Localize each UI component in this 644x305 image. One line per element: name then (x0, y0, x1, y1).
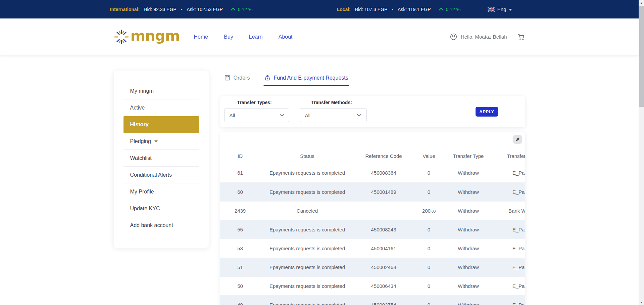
vertical-scrollbar[interactable]: ▲ ▼ (639, 0, 644, 305)
cell-transfer-method: E_Payment (492, 220, 525, 239)
table-row[interactable]: 2439 Canceled 200.00 Withdraw Bank Withd… (220, 201, 525, 220)
sidebar-item[interactable]: Update KYC (123, 200, 199, 217)
ticker-bar: International: Bid: 92.33 EGP - Ask: 102… (0, 0, 639, 18)
language-label: Eng (497, 6, 506, 12)
sidebar-item[interactable]: My Profile (123, 183, 199, 200)
nav-about[interactable]: About (279, 34, 293, 40)
col-reference-code: Reference Code (354, 148, 413, 164)
requests-table-card: ID Status Reference Code Value Transfer … (220, 132, 525, 305)
cell-transfer-method: E_Payment (492, 239, 525, 258)
cell-reference-code: 450001489 (354, 182, 413, 201)
cell-transfer-method: E_Payment (492, 295, 525, 305)
col-id: ID (220, 148, 260, 164)
cell-transfer-method: E_Payment (492, 276, 525, 295)
user-greeting[interactable]: Hello, Moataz Bellah (461, 34, 507, 40)
cell-id: 60 (220, 182, 260, 201)
table-header: ID Status Reference Code Value Transfer … (220, 148, 525, 164)
local-bid: Bid: 107.3 EGP (355, 7, 388, 12)
chevron-down-icon (154, 140, 158, 142)
cell-transfer-type: Withdraw (445, 295, 492, 305)
cell-reference-code: 450006434 (354, 276, 413, 295)
table-body: 61 Epayments requests is completed 45000… (220, 164, 525, 305)
tab-fund-epayment-label: Fund And E-payment Requests (274, 75, 348, 81)
sidebar-item-label: Update KYC (130, 206, 160, 212)
cell-reference-code: 450008243 (354, 220, 413, 239)
uk-flag-icon (488, 7, 495, 12)
cell-transfer-type: Withdraw (445, 258, 492, 276)
cell-value: 0 (413, 276, 445, 295)
cell-id: 2439 (220, 201, 260, 220)
international-label: International: (110, 7, 140, 12)
table-row[interactable]: 49 Epayments requests is completed 45000… (220, 295, 525, 305)
sidebar-item[interactable]: My mngm (123, 83, 199, 99)
sidebar-item-label: My mngm (130, 88, 154, 94)
table-row[interactable]: 55 Epayments requests is completed 45000… (220, 220, 525, 239)
local-ask: Ask: 119.1 EGP (398, 7, 431, 12)
col-status: Status (260, 148, 354, 164)
cell-id: 55 (220, 220, 260, 239)
cell-status: Epayments requests is completed (260, 164, 354, 182)
cell-status: Epayments requests is completed (260, 239, 354, 258)
cell-transfer-type: Withdraw (445, 276, 492, 295)
cell-reference-code: 450003754 (354, 295, 413, 305)
cell-transfer-type: Withdraw (445, 164, 492, 182)
cell-id: 49 (220, 295, 260, 305)
cell-value: 200.00 (413, 201, 445, 220)
nav-learn[interactable]: Learn (249, 34, 263, 40)
transfer-methods-select[interactable]: All (300, 108, 367, 122)
sidebar-item[interactable]: Watchlist (123, 150, 199, 167)
sidebar-item[interactable]: Pledging (123, 133, 199, 150)
expand-icon[interactable] (513, 135, 522, 144)
local-label: Local: (337, 7, 351, 12)
main-nav: Home Buy Learn About (194, 34, 293, 40)
table-row[interactable]: 53 Epayments requests is completed 45000… (220, 239, 525, 258)
sidebar-item[interactable]: History (123, 116, 199, 133)
scroll-down-icon[interactable]: ▼ (639, 300, 644, 305)
sidebar-item[interactable]: Conditional Alerts (123, 167, 199, 183)
dash: - (181, 7, 183, 12)
sidebar-item[interactable]: Active (123, 99, 199, 116)
cell-transfer-method: E_Payment (492, 258, 525, 276)
starburst-logo-icon (114, 29, 129, 45)
logo[interactable]: mngm (114, 29, 180, 45)
filter-panel: Transfer Types: All Transfer Methods: Al… (220, 96, 525, 127)
page: International: Bid: 92.33 EGP - Ask: 102… (0, 0, 639, 305)
table-row[interactable]: 51 Epayments requests is completed 45000… (220, 258, 525, 276)
international-change: 0.12 % (231, 7, 253, 12)
dash: - (392, 7, 393, 12)
logo-text: mngm (131, 29, 180, 43)
col-transfer-method: Transfer Method (492, 148, 525, 164)
sidebar-item-label: My Profile (130, 189, 154, 195)
chevron-down-icon (280, 114, 284, 117)
scroll-up-icon[interactable]: ▲ (639, 0, 644, 5)
cell-reference-code (354, 201, 413, 220)
cell-status: Epayments requests is completed (260, 220, 354, 239)
cart-icon[interactable] (517, 33, 525, 41)
nav-home[interactable]: Home (194, 34, 208, 40)
cell-status: Canceled (260, 201, 354, 220)
user-icon[interactable] (450, 33, 457, 41)
sidebar-item[interactable]: Add bank account (123, 217, 199, 234)
tab-bar: Orders $ Fund And E-payment Requests (220, 75, 525, 86)
requests-table: ID Status Reference Code Value Transfer … (220, 148, 525, 305)
tab-fund-epayment-requests[interactable]: $ Fund And E-payment Requests (264, 75, 348, 86)
transfer-types-select[interactable]: All (224, 108, 289, 122)
cell-transfer-type: Withdraw (445, 239, 492, 258)
cell-value: 0 (413, 164, 445, 182)
table-row[interactable]: 60 Epayments requests is completed 45000… (220, 182, 525, 201)
language-selector[interactable]: Eng (488, 0, 512, 18)
cell-id: 53 (220, 239, 260, 258)
local-ticker: Local: Bid: 107.3 EGP - Ask: 119.1 EGP 0… (337, 0, 461, 18)
cell-reference-code: 450002468 (354, 258, 413, 276)
cell-transfer-method: E_Payment (492, 182, 525, 201)
table-row[interactable]: 61 Epayments requests is completed 45000… (220, 164, 525, 182)
table-row[interactable]: 50 Epayments requests is completed 45000… (220, 276, 525, 295)
cell-status: Epayments requests is completed (260, 182, 354, 201)
tab-orders[interactable]: Orders (224, 75, 250, 86)
transfer-methods-value: All (305, 113, 311, 118)
transfer-types-value: All (230, 113, 235, 118)
apply-button[interactable]: APPLY (476, 107, 498, 117)
nav-buy[interactable]: Buy (224, 34, 233, 40)
scrollbar-thumb[interactable] (639, 6, 644, 107)
international-ticker: International: Bid: 92.33 EGP - Ask: 102… (110, 0, 253, 18)
